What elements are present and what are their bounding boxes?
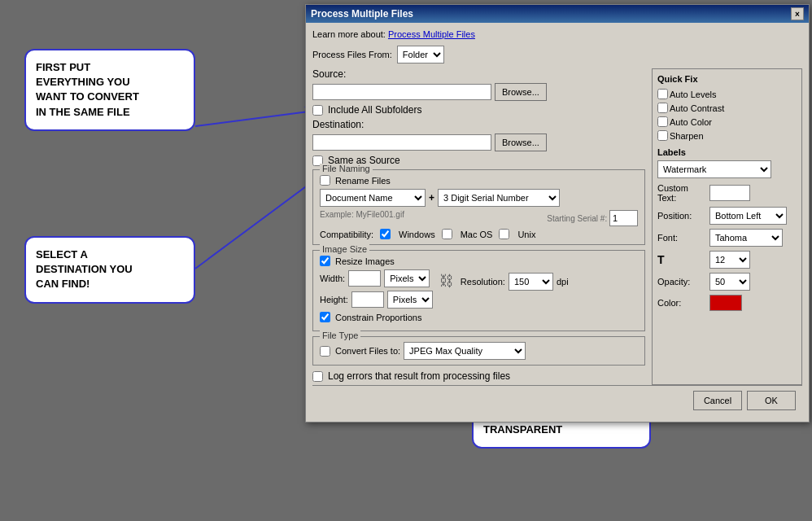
constrain-proportions-checkbox[interactable]: [320, 312, 330, 322]
font-select[interactable]: Tahoma Arial Times New Roman: [709, 229, 783, 247]
position-label: Position:: [657, 211, 706, 221]
convert-files-row: Convert Files to: JPEG Max Quality JPEG …: [320, 342, 638, 360]
cancel-button[interactable]: Cancel: [693, 391, 742, 410]
source-input-row: Browse...: [312, 83, 645, 101]
process-from-select[interactable]: Folder Files Import: [397, 46, 444, 63]
width-unit-select[interactable]: Pixels: [384, 269, 430, 287]
process-from-row: Process Files From: Folder Files Import: [312, 46, 802, 63]
font-size-select[interactable]: 12 891011 1416: [709, 251, 750, 269]
resolution-select[interactable]: 150: [509, 273, 553, 291]
auto-contrast-label: Auto Contrast: [670, 103, 724, 113]
include-subfolders-label: Include All Subfolders: [328, 104, 421, 116]
rename-files-label: Rename Files: [335, 176, 391, 186]
color-swatch[interactable]: [709, 295, 742, 311]
windows-checkbox[interactable]: [380, 229, 391, 239]
log-errors-label: Log errors that result from processing f…: [328, 370, 510, 382]
annotation-box-1: FIRST PUT EVERYTHING YOU WANT TO CONVERT…: [24, 49, 195, 131]
auto-contrast-row: Auto Contrast: [657, 103, 797, 113]
height-label: Height:: [320, 295, 348, 304]
opacity-row: Opacity: 50 2575100: [657, 273, 797, 291]
image-size-label: Image Size: [320, 244, 369, 254]
height-input[interactable]: [351, 291, 384, 308]
compat-label: Compatibility:: [320, 230, 373, 239]
convert-files-checkbox[interactable]: [320, 346, 330, 357]
auto-color-row: Auto Color: [657, 116, 797, 127]
process-multiple-files-dialog: Process Multiple Files × Learn more abou…: [305, 4, 810, 422]
labels-title: Labels: [657, 147, 797, 157]
svg-line-4: [195, 175, 321, 269]
resize-images-checkbox[interactable]: [320, 256, 330, 266]
watermark-select[interactable]: Watermark None Copyright: [657, 160, 771, 178]
destination-browse-button[interactable]: Browse...: [495, 134, 547, 151]
left-panel: Source: Browse... Include All Subfolders…: [312, 68, 645, 385]
custom-text-label: Custom Text:: [657, 183, 706, 203]
plus-sign: +: [429, 192, 434, 204]
example-text: Example: MyFile001.gif: [320, 210, 404, 226]
help-link[interactable]: Process Multiple Files: [388, 29, 475, 39]
sharpen-label: Sharpen: [670, 131, 704, 141]
width-input[interactable]: [348, 270, 381, 287]
help-link-row: Learn more about: Process Multiple Files: [312, 29, 802, 39]
include-subfolders-checkbox[interactable]: [312, 105, 323, 116]
auto-levels-checkbox[interactable]: [657, 89, 668, 99]
rename-files-checkbox[interactable]: [320, 175, 330, 186]
dialog-title: Process Multiple Files: [311, 8, 413, 20]
name-format-select-2[interactable]: 3 Digit Serial Number: [438, 189, 560, 207]
opacity-select[interactable]: 50 2575100: [709, 273, 750, 291]
link-proportions-icon: ⛓: [439, 273, 454, 290]
resolution-label: Resolution:: [461, 277, 505, 287]
destination-input[interactable]: [312, 134, 491, 151]
file-naming-section: File Naming Rename Files Document Name +…: [312, 169, 645, 245]
annotation-box-2: SELECT A DESTINATION YOU CAN FIND!: [24, 236, 195, 304]
auto-color-label: Auto Color: [670, 117, 712, 127]
right-panel: Quick Fix Auto Levels Auto Contrast Auto…: [652, 68, 802, 385]
size-T-icon: T: [657, 253, 706, 266]
opacity-label: Opacity:: [657, 277, 706, 287]
subfolders-row: Include All Subfolders: [312, 104, 645, 116]
dialog-footer: Cancel OK: [312, 385, 802, 415]
mac-os-checkbox[interactable]: [442, 229, 452, 239]
convert-files-label: Convert Files to:: [335, 346, 400, 356]
auto-levels-label: Auto Levels: [670, 90, 716, 99]
starting-serial-input[interactable]: [609, 210, 638, 226]
mac-os-label: Mac OS: [461, 230, 493, 239]
starting-serial-row: Starting Serial #:: [547, 210, 638, 226]
svg-line-3: [195, 110, 321, 126]
unix-label: Unix: [517, 230, 535, 239]
unix-checkbox[interactable]: [499, 229, 509, 239]
ok-button[interactable]: OK: [747, 391, 796, 410]
file-format-select[interactable]: JPEG Max Quality JPEG High Quality JPEG …: [404, 342, 526, 360]
font-label: Font:: [657, 233, 706, 243]
naming-selects-row: Document Name + 3 Digit Serial Number: [320, 189, 638, 207]
labels-section: Labels Watermark None Copyright Custom T…: [657, 147, 797, 311]
height-unit-select[interactable]: Pixels: [387, 291, 433, 309]
file-type-label: File Type: [320, 331, 360, 340]
position-row: Position: Bottom Left Bottom Right Top L…: [657, 207, 797, 225]
process-from-label: Process Files From:: [312, 50, 392, 59]
font-row: Font: Tahoma Arial Times New Roman: [657, 229, 797, 247]
source-input[interactable]: [312, 84, 491, 100]
custom-text-input[interactable]: [709, 185, 750, 201]
dialog-titlebar: Process Multiple Files ×: [306, 5, 809, 23]
source-browse-button[interactable]: Browse...: [495, 83, 547, 101]
constrain-proportions-label: Constrain Proportions: [335, 313, 421, 322]
rename-files-row: Rename Files: [320, 175, 638, 186]
color-label: Color:: [657, 298, 706, 308]
sharpen-row: Sharpen: [657, 130, 797, 141]
name-format-select-1[interactable]: Document Name: [320, 189, 426, 207]
file-naming-label: File Naming: [320, 164, 373, 173]
dialog-body: Learn more about: Process Multiple Files…: [306, 23, 809, 422]
width-row: Width: Pixels: [320, 269, 433, 287]
auto-contrast-checkbox[interactable]: [657, 103, 668, 113]
source-label: Source:: [312, 68, 346, 80]
dialog-close-button[interactable]: ×: [791, 7, 804, 20]
example-row: Example: MyFile001.gif Starting Serial #…: [320, 210, 638, 226]
dpi-label: dpi: [557, 277, 569, 287]
log-errors-row: Log errors that result from processing f…: [312, 370, 645, 382]
position-select[interactable]: Bottom Left Bottom Right Top Left Top Ri…: [709, 207, 787, 225]
annotation-text-1: FIRST PUT EVERYTHING YOU WANT TO CONVERT…: [36, 61, 139, 118]
log-errors-checkbox[interactable]: [312, 371, 323, 382]
sharpen-checkbox[interactable]: [657, 130, 668, 141]
quick-fix-title: Quick Fix: [657, 74, 797, 84]
auto-color-checkbox[interactable]: [657, 116, 668, 127]
